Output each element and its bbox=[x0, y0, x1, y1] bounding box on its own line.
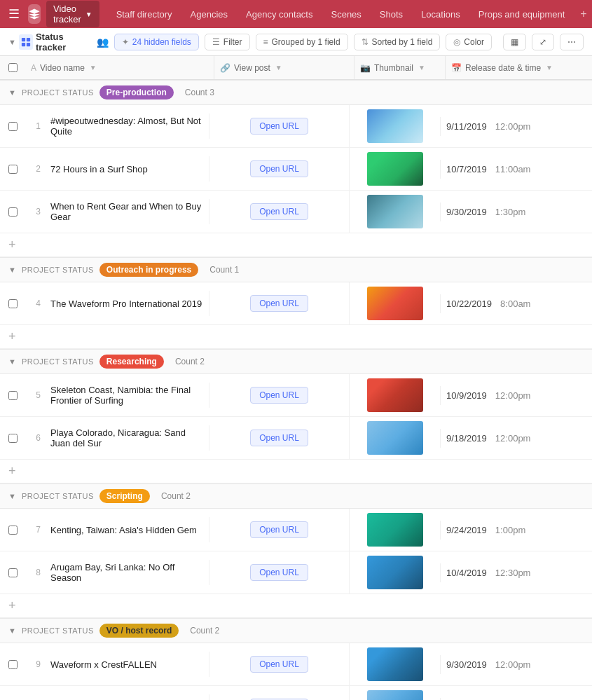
row-number: 2 bbox=[25, 164, 45, 174]
select-all-checkbox[interactable] bbox=[0, 63, 25, 72]
release-time: 11:00am bbox=[495, 164, 531, 174]
cell-thumbnail bbox=[349, 105, 440, 147]
expand-icon[interactable]: ▼ bbox=[8, 38, 16, 46]
row-checkbox[interactable] bbox=[0, 526, 25, 535]
column-release-caret: ▼ bbox=[546, 64, 553, 71]
cell-name[interactable]: Playa Colorado, Nicaragua: Sand Juan del… bbox=[45, 423, 209, 453]
row-checkbox[interactable] bbox=[0, 660, 25, 669]
tab-props[interactable]: Props and equipment bbox=[470, 6, 574, 23]
color-icon: ◎ bbox=[453, 37, 460, 47]
tab-agencies[interactable]: Agencies bbox=[182, 6, 236, 23]
row-height-button[interactable]: ▦ bbox=[503, 34, 526, 50]
people-icon[interactable]: 👥 bbox=[97, 36, 109, 48]
thumbnail-image bbox=[367, 109, 423, 143]
release-time: 12:00pm bbox=[495, 121, 531, 132]
column-thumb-caret: ▼ bbox=[418, 64, 425, 71]
sort-button[interactable]: ⇅ Sorted by 1 field bbox=[354, 34, 441, 50]
grid-view-icon[interactable] bbox=[19, 34, 33, 50]
color-button[interactable]: ◎ Color bbox=[446, 34, 492, 50]
tab-staff-directory[interactable]: Staff directory bbox=[108, 6, 181, 23]
row-checkbox[interactable] bbox=[0, 434, 25, 443]
cell-name[interactable]: Meet the SurfDrone bbox=[45, 698, 209, 701]
more-options-button[interactable]: ⋯ bbox=[560, 34, 584, 50]
row-checkbox[interactable] bbox=[0, 568, 25, 577]
group-collapse-icon[interactable]: ▼ bbox=[8, 88, 16, 97]
table-row: 9 Waveform x CrestFALLEN Open URL 9/30/2… bbox=[0, 643, 592, 686]
cell-name[interactable]: 72 Hours in a Surf Shop bbox=[45, 160, 209, 179]
row-checkbox[interactable] bbox=[0, 122, 25, 131]
group-button[interactable]: ≡ Grouped by 1 field bbox=[256, 34, 348, 50]
color-label: Color bbox=[464, 37, 484, 47]
open-url-button[interactable]: Open URL bbox=[250, 564, 308, 581]
open-url-button[interactable]: Open URL bbox=[250, 118, 308, 135]
cell-release: 10/22/2019 8:00am bbox=[440, 294, 592, 313]
cell-name[interactable]: The Waveform Pro International 2019 bbox=[45, 294, 209, 313]
filter-button[interactable]: ☰ Filter bbox=[205, 34, 250, 50]
row-checkbox[interactable] bbox=[0, 391, 25, 400]
group-collapse-icon[interactable]: ▼ bbox=[8, 626, 16, 635]
add-tab-button[interactable]: + bbox=[574, 4, 592, 24]
add-row-button-pre-production[interactable]: + bbox=[0, 233, 592, 257]
expand-button[interactable]: ⤢ bbox=[532, 34, 554, 50]
row-checkbox[interactable] bbox=[0, 299, 25, 308]
tab-locations[interactable]: Locations bbox=[413, 6, 469, 23]
thumbnail-image bbox=[367, 690, 423, 700]
sort-icon: ⇅ bbox=[362, 37, 369, 47]
cell-release: 9/18/2019 12:00pm bbox=[440, 429, 592, 448]
open-url-button[interactable]: Open URL bbox=[250, 521, 308, 538]
view-name-label[interactable]: Status tracker bbox=[36, 32, 91, 53]
cell-name[interactable]: #wipeoutwednesday: Almost, But Not Quite bbox=[45, 111, 209, 141]
row-number: 4 bbox=[25, 298, 45, 308]
filter-icon: ☰ bbox=[212, 37, 220, 47]
row-checkbox[interactable] bbox=[0, 207, 25, 217]
cell-name[interactable]: Arugam Bay, Sri Lanka: No Off Season bbox=[45, 558, 209, 587]
column-header-release[interactable]: 📅 Release date & time ▼ bbox=[446, 56, 592, 79]
hamburger-menu[interactable]: ☰ bbox=[8, 6, 20, 22]
cell-name[interactable]: Kenting, Taiwan: Asia's Hidden Gem bbox=[45, 521, 209, 540]
view-post-field-icon: 🔗 bbox=[220, 63, 230, 73]
cell-thumbnail bbox=[349, 191, 440, 233]
group-collapse-icon[interactable]: ▼ bbox=[8, 266, 16, 274]
column-name-label: Video name bbox=[40, 63, 85, 73]
group-count-outreach-in-progress: Count 1 bbox=[209, 265, 239, 275]
cell-name[interactable]: Skeleton Coast, Namibia: the Final Front… bbox=[45, 380, 209, 410]
group-icon: ≡ bbox=[263, 37, 268, 47]
svg-rect-2 bbox=[22, 42, 25, 46]
cell-release: 9/30/2019 12:00pm bbox=[440, 655, 592, 674]
release-time: 1:30pm bbox=[495, 207, 525, 217]
open-url-button[interactable]: Open URL bbox=[250, 430, 308, 446]
open-url-button[interactable]: Open URL bbox=[250, 203, 308, 220]
cell-name[interactable]: When to Rent Gear and When to Buy Gear bbox=[45, 197, 209, 226]
tab-scenes[interactable]: Scenes bbox=[322, 6, 369, 23]
open-url-button[interactable]: Open URL bbox=[250, 295, 308, 312]
cell-name[interactable]: Waveform x CrestFALLEN bbox=[45, 655, 209, 674]
open-url-button[interactable]: Open URL bbox=[250, 387, 308, 404]
column-header-thumbnail[interactable]: 📷 Thumbnail ▼ bbox=[354, 56, 446, 79]
cell-viewpost: Open URL bbox=[209, 156, 349, 181]
status-badge-scripting: Scripting bbox=[99, 489, 150, 503]
cell-viewpost: Open URL bbox=[209, 517, 349, 542]
open-url-button[interactable]: Open URL bbox=[250, 656, 308, 673]
open-url-button[interactable]: Open URL bbox=[250, 160, 308, 177]
add-row-button-scripting[interactable]: + bbox=[0, 594, 592, 618]
group-collapse-icon[interactable]: ▼ bbox=[8, 357, 16, 366]
select-all-input[interactable] bbox=[8, 63, 18, 72]
thumbnail-image bbox=[367, 152, 423, 186]
release-time: 12:30pm bbox=[495, 568, 531, 578]
add-row-button-researching[interactable]: + bbox=[0, 460, 592, 483]
group-collapse-icon[interactable]: ▼ bbox=[8, 492, 16, 500]
tab-agency-contacts[interactable]: Agency contacts bbox=[238, 6, 321, 23]
tracker-caret-icon: ▼ bbox=[85, 11, 92, 18]
thumbnail-image bbox=[367, 287, 423, 320]
tracker-title-pill[interactable]: Video tracker ▼ bbox=[46, 1, 99, 27]
row-checkbox[interactable] bbox=[0, 165, 25, 174]
column-viewpost-caret: ▼ bbox=[275, 64, 282, 71]
row-number: 5 bbox=[25, 390, 45, 400]
add-row-button-outreach-in-progress[interactable]: + bbox=[0, 325, 592, 349]
hidden-fields-button[interactable]: ✦ 24 hidden fields bbox=[114, 34, 199, 50]
column-header-viewpost[interactable]: 🔗 View post ▼ bbox=[214, 56, 354, 79]
column-header-name[interactable]: A Video name ▼ bbox=[25, 56, 214, 79]
row-number: 9 bbox=[25, 659, 45, 669]
sort-label: Sorted by 1 field bbox=[372, 37, 433, 47]
tab-shots[interactable]: Shots bbox=[371, 6, 411, 23]
